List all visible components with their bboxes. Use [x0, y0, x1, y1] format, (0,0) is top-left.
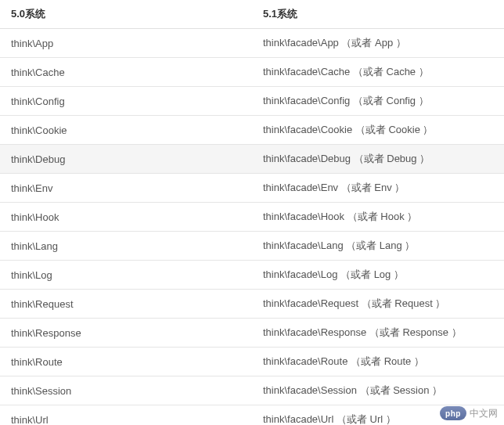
cell-5-0: think\Log [0, 261, 252, 290]
cell-5-1: think\facade\Debug （或者 Debug ） [252, 145, 504, 174]
cell-5-0: think\Session [0, 376, 252, 405]
table-header-row: 5.0系统 5.1系统 [0, 0, 504, 29]
cell-5-0: think\Url [0, 405, 252, 426]
table-row: think\Configthink\facade\Config （或者 Conf… [0, 87, 504, 116]
table-row: think\Routethink\facade\Route （或者 Route … [0, 348, 504, 376]
class-mapping-table: 5.0系统 5.1系统 think\Appthink\facade\App （或… [0, 0, 504, 425]
table-row: think\Cachethink\facade\Cache （或者 Cache … [0, 58, 504, 87]
cell-5-0: think\Request [0, 290, 252, 319]
cell-5-1: think\facade\Response （或者 Response ） [252, 319, 504, 348]
cell-5-0: think\Config [0, 87, 252, 116]
cell-5-1: think\facade\Config （或者 Config ） [252, 87, 504, 116]
cell-5-1: think\facade\Cache （或者 Cache ） [252, 58, 504, 87]
cell-5-1: think\facade\Request （或者 Request ） [252, 290, 504, 319]
cell-5-1: think\facade\Url （或者 Url ） [252, 405, 504, 426]
cell-5-0: think\Cookie [0, 116, 252, 145]
cell-5-0: think\Route [0, 348, 252, 376]
table-row: think\Envthink\facade\Env （或者 Env ） [0, 174, 504, 203]
table-row: think\Cookiethink\facade\Cookie （或者 Cook… [0, 116, 504, 145]
col-header-5-0: 5.0系统 [0, 0, 252, 29]
cell-5-1: think\facade\Session （或者 Session ） [252, 376, 504, 405]
table-row: think\Urlthink\facade\Url （或者 Url ） [0, 405, 504, 426]
table-row: think\Langthink\facade\Lang （或者 Lang ） [0, 232, 504, 261]
cell-5-1: think\facade\Route （或者 Route ） [252, 348, 504, 376]
cell-5-0: think\Cache [0, 58, 252, 87]
cell-5-1: think\facade\Env （或者 Env ） [252, 174, 504, 203]
table-row: think\Debugthink\facade\Debug （或者 Debug … [0, 145, 504, 174]
table-row: think\Hookthink\facade\Hook （或者 Hook ） [0, 203, 504, 232]
table-row: think\Sessionthink\facade\Session （或者 Se… [0, 376, 504, 405]
table-row: think\Logthink\facade\Log （或者 Log ） [0, 261, 504, 290]
cell-5-0: think\Debug [0, 145, 252, 174]
cell-5-0: think\Env [0, 174, 252, 203]
table-row: think\Responsethink\facade\Response （或者 … [0, 319, 504, 348]
cell-5-1: think\facade\Lang （或者 Lang ） [252, 232, 504, 261]
table-row: think\Requestthink\facade\Request （或者 Re… [0, 290, 504, 319]
cell-5-0: think\Lang [0, 232, 252, 261]
table-row: think\Appthink\facade\App （或者 App ） [0, 29, 504, 58]
cell-5-1: think\facade\Log （或者 Log ） [252, 261, 504, 290]
cell-5-1: think\facade\Cookie （或者 Cookie ） [252, 116, 504, 145]
cell-5-0: think\Response [0, 319, 252, 348]
cell-5-0: think\App [0, 29, 252, 58]
cell-5-0: think\Hook [0, 203, 252, 232]
cell-5-1: think\facade\Hook （或者 Hook ） [252, 203, 504, 232]
cell-5-1: think\facade\App （或者 App ） [252, 29, 504, 58]
col-header-5-1: 5.1系统 [252, 0, 504, 29]
